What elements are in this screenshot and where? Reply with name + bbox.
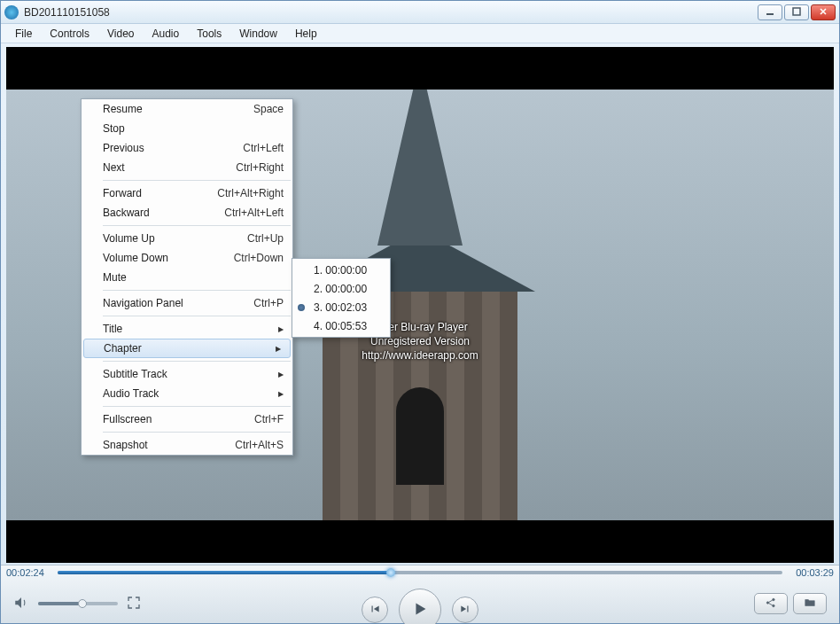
- ctx-subtitle-track[interactable]: Subtitle Track: [82, 364, 292, 384]
- menu-file[interactable]: File: [6, 25, 41, 43]
- ctx-shortcut: Ctrl+F: [254, 413, 284, 425]
- ctx-label: Chapter: [104, 342, 142, 355]
- ctx-stop[interactable]: Stop: [82, 119, 292, 138]
- ctx-label: Volume Up: [103, 232, 155, 245]
- play-icon: [410, 599, 430, 621]
- share-button[interactable]: [754, 593, 788, 614]
- menu-window[interactable]: Window: [230, 25, 286, 43]
- ctx-audio-track[interactable]: Audio Track: [82, 384, 292, 403]
- ctx-resume[interactable]: ResumeSpace: [82, 99, 292, 119]
- ctx-separator: [103, 316, 291, 316]
- ctx-label: Fullscreen: [103, 413, 152, 425]
- ctx-mute[interactable]: Mute: [82, 268, 292, 287]
- ctx-shortcut: Ctrl+Right: [236, 161, 284, 174]
- app-icon: [4, 5, 19, 20]
- chapter-item[interactable]: 1. 00:00:00: [292, 261, 390, 279]
- seek-track[interactable]: [58, 571, 782, 574]
- time-total: 00:03:29: [788, 567, 834, 578]
- next-button[interactable]: [452, 597, 478, 623]
- close-icon: [819, 6, 828, 19]
- transport-bar: [1, 583, 839, 624]
- ctx-forward[interactable]: ForwardCtrl+Alt+Right: [82, 183, 292, 203]
- ctx-separator: [103, 180, 291, 181]
- seek-fill: [58, 571, 391, 574]
- minimize-icon: [766, 6, 774, 19]
- menu-audio[interactable]: Audio: [144, 25, 189, 43]
- ctx-separator: [103, 406, 291, 407]
- close-button[interactable]: [811, 4, 836, 20]
- spire: [377, 90, 463, 246]
- seek-thumb[interactable]: [386, 568, 395, 577]
- ctx-next[interactable]: NextCtrl+Right: [82, 158, 292, 177]
- ctx-label: Title: [103, 323, 122, 335]
- svg-point-2: [766, 601, 769, 604]
- ctx-separator: [103, 361, 291, 362]
- open-file-button[interactable]: [793, 593, 827, 614]
- ctx-fullscreen[interactable]: FullscreenCtrl+F: [82, 410, 292, 429]
- ctx-snapshot[interactable]: SnapshotCtrl+Alt+S: [82, 435, 292, 455]
- svg-rect-0: [766, 13, 774, 15]
- ctx-label: Next: [103, 161, 125, 174]
- ctx-chapter[interactable]: Chapter: [83, 339, 291, 358]
- letterbox-bottom: [6, 520, 834, 563]
- time-current: 00:02:24: [6, 567, 52, 578]
- ctx-label: Resume: [103, 103, 143, 115]
- ctx-separator: [103, 225, 291, 226]
- menu-video[interactable]: Video: [98, 25, 143, 43]
- volume-icon[interactable]: [13, 595, 29, 613]
- ctx-shortcut: Ctrl+Alt+Left: [224, 207, 284, 219]
- titlebar[interactable]: BD201110151058: [1, 1, 839, 24]
- ctx-backward[interactable]: BackwardCtrl+Alt+Left: [82, 203, 292, 222]
- chapter-label: 3. 00:02:03: [314, 301, 367, 314]
- ctx-label: Forward: [103, 187, 142, 199]
- ctx-separator: [103, 432, 291, 433]
- letterbox-top: [6, 47, 834, 90]
- ctx-label: Navigation Panel: [103, 297, 183, 309]
- ctx-volume-up[interactable]: Volume UpCtrl+Up: [82, 229, 292, 248]
- fullscreen-icon[interactable]: [127, 596, 141, 612]
- menu-help[interactable]: Help: [286, 25, 326, 43]
- svg-point-4: [773, 604, 775, 607]
- share-icon: [765, 597, 777, 612]
- svg-point-3: [773, 598, 775, 601]
- play-button[interactable]: [399, 589, 441, 624]
- window-title: BD201110151058: [24, 6, 758, 19]
- ctx-shortcut: Ctrl+Up: [247, 232, 284, 245]
- chapter-submenu: 1. 00:00:002. 00:00:003. 00:02:034. 00:0…: [292, 258, 391, 338]
- ctx-title[interactable]: Title: [82, 319, 292, 339]
- maximize-icon: [792, 6, 801, 19]
- seek-bar: 00:02:24 00:03:29: [6, 566, 834, 580]
- folder-icon: [804, 597, 816, 612]
- chapter-label: 4. 00:05:53: [314, 320, 367, 332]
- previous-icon: [369, 603, 381, 618]
- radio-checked-icon: [298, 304, 305, 311]
- svg-rect-1: [793, 8, 800, 15]
- volume-slider[interactable]: [38, 602, 118, 605]
- minimize-button[interactable]: [758, 4, 782, 20]
- chapter-item[interactable]: 4. 00:05:53: [292, 316, 390, 335]
- chapter-label: 2. 00:00:00: [314, 283, 367, 295]
- menu-controls[interactable]: Controls: [41, 25, 98, 43]
- ctx-label: Subtitle Track: [103, 368, 167, 380]
- ctx-shortcut: Ctrl+Left: [243, 142, 284, 154]
- maximize-button[interactable]: [784, 4, 809, 20]
- tower-arch: [396, 387, 444, 485]
- chapter-label: 1. 00:00:00: [314, 264, 367, 277]
- right-buttons: [754, 593, 827, 614]
- volume-thumb[interactable]: [78, 599, 87, 608]
- ctx-previous[interactable]: PreviousCtrl+Left: [82, 138, 292, 158]
- context-menu: ResumeSpaceStopPreviousCtrl+LeftNextCtrl…: [81, 98, 293, 456]
- ctx-shortcut: Ctrl+Alt+S: [235, 439, 284, 451]
- menu-tools[interactable]: Tools: [188, 25, 230, 43]
- ctx-label: Snapshot: [103, 439, 148, 451]
- ctx-label: Volume Down: [103, 252, 168, 264]
- previous-button[interactable]: [362, 597, 388, 623]
- ctx-label: Audio Track: [103, 387, 159, 400]
- app-window: BD201110151058 File Controls Video Audio…: [0, 0, 840, 624]
- ctx-label: Stop: [103, 122, 125, 135]
- ctx-shortcut: Ctrl+Alt+Right: [217, 187, 284, 199]
- ctx-navigation-panel[interactable]: Navigation PanelCtrl+P: [82, 293, 292, 313]
- chapter-item[interactable]: 3. 00:02:03: [292, 298, 390, 316]
- ctx-volume-down[interactable]: Volume DownCtrl+Down: [82, 248, 292, 268]
- chapter-item[interactable]: 2. 00:00:00: [292, 279, 390, 298]
